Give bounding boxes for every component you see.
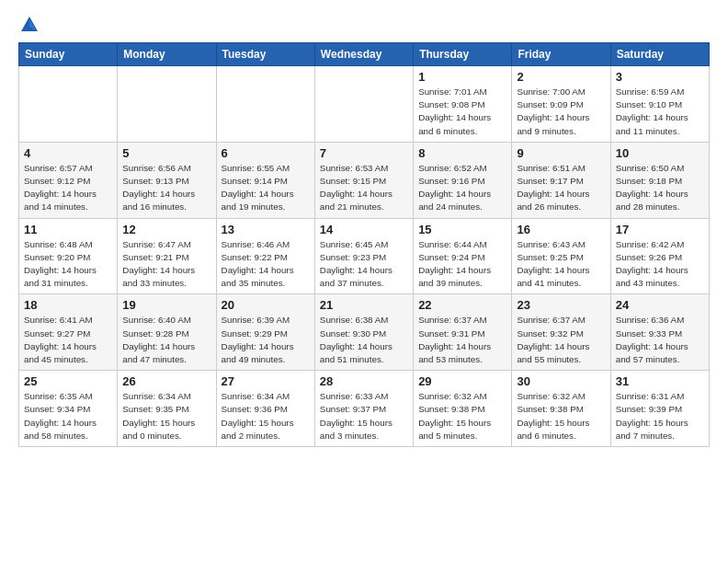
day-number: 12 bbox=[122, 223, 210, 236]
cell-5-2: 26Sunrise: 6:34 AM Sunset: 9:35 PM Dayli… bbox=[118, 371, 216, 447]
day-number: 20 bbox=[222, 298, 310, 312]
logo bbox=[18, 15, 40, 35]
cell-3-1: 11Sunrise: 6:48 AM Sunset: 9:20 PM Dayli… bbox=[19, 218, 118, 294]
col-header-sunday: Sunday bbox=[19, 43, 118, 66]
day-number: 15 bbox=[418, 223, 506, 236]
cell-2-1: 4Sunrise: 6:57 AM Sunset: 9:12 PM Daylig… bbox=[19, 142, 118, 218]
week-row-1: 1Sunrise: 7:01 AM Sunset: 9:08 PM Daylig… bbox=[19, 66, 710, 143]
day-info: Sunrise: 6:35 AM Sunset: 9:34 PM Dayligh… bbox=[24, 390, 112, 442]
day-number: 26 bbox=[122, 374, 210, 388]
cell-2-2: 5Sunrise: 6:56 AM Sunset: 9:13 PM Daylig… bbox=[118, 142, 216, 218]
cell-2-3: 6Sunrise: 6:55 AM Sunset: 9:14 PM Daylig… bbox=[216, 142, 314, 218]
day-number: 28 bbox=[320, 374, 408, 388]
day-number: 23 bbox=[517, 298, 605, 312]
cell-5-7: 31Sunrise: 6:31 AM Sunset: 9:39 PM Dayli… bbox=[610, 371, 709, 447]
day-number: 10 bbox=[616, 146, 704, 160]
day-number: 29 bbox=[418, 374, 506, 388]
page: SundayMondayTuesdayWednesdayThursdayFrid… bbox=[0, 0, 728, 563]
day-info: Sunrise: 6:43 AM Sunset: 9:25 PM Dayligh… bbox=[517, 238, 605, 291]
week-row-4: 18Sunrise: 6:41 AM Sunset: 9:27 PM Dayli… bbox=[19, 294, 710, 371]
col-header-tuesday: Tuesday bbox=[216, 43, 314, 66]
logo-icon bbox=[19, 15, 40, 35]
week-row-5: 25Sunrise: 6:35 AM Sunset: 9:34 PM Dayli… bbox=[19, 371, 710, 447]
cell-3-7: 17Sunrise: 6:42 AM Sunset: 9:26 PM Dayli… bbox=[610, 218, 709, 294]
day-number: 2 bbox=[517, 70, 605, 84]
cell-3-3: 13Sunrise: 6:46 AM Sunset: 9:22 PM Dayli… bbox=[216, 218, 314, 294]
day-number: 13 bbox=[222, 223, 310, 236]
cell-4-1: 18Sunrise: 6:41 AM Sunset: 9:27 PM Dayli… bbox=[19, 294, 118, 371]
day-number: 18 bbox=[24, 298, 112, 312]
cell-3-2: 12Sunrise: 6:47 AM Sunset: 9:21 PM Dayli… bbox=[118, 218, 216, 294]
cell-1-3 bbox=[216, 66, 314, 143]
day-info: Sunrise: 6:45 AM Sunset: 9:23 PM Dayligh… bbox=[320, 238, 408, 291]
day-number: 21 bbox=[320, 298, 408, 312]
day-info: Sunrise: 6:46 AM Sunset: 9:22 PM Dayligh… bbox=[222, 238, 310, 291]
day-info: Sunrise: 6:48 AM Sunset: 9:20 PM Dayligh… bbox=[24, 238, 112, 291]
day-number: 1 bbox=[418, 70, 506, 84]
day-info: Sunrise: 6:39 AM Sunset: 9:29 PM Dayligh… bbox=[222, 314, 310, 366]
col-header-friday: Friday bbox=[512, 43, 610, 66]
day-info: Sunrise: 6:40 AM Sunset: 9:28 PM Dayligh… bbox=[122, 314, 210, 366]
day-info: Sunrise: 6:32 AM Sunset: 9:38 PM Dayligh… bbox=[517, 390, 605, 442]
day-info: Sunrise: 6:37 AM Sunset: 9:31 PM Dayligh… bbox=[418, 314, 506, 366]
day-info: Sunrise: 6:47 AM Sunset: 9:21 PM Dayligh… bbox=[122, 238, 210, 291]
day-number: 11 bbox=[24, 223, 112, 236]
day-number: 24 bbox=[616, 298, 704, 312]
cell-1-4 bbox=[314, 66, 413, 143]
cell-5-6: 30Sunrise: 6:32 AM Sunset: 9:38 PM Dayli… bbox=[512, 371, 610, 447]
day-info: Sunrise: 6:31 AM Sunset: 9:39 PM Dayligh… bbox=[616, 390, 704, 442]
day-info: Sunrise: 6:36 AM Sunset: 9:33 PM Dayligh… bbox=[616, 314, 704, 366]
cell-2-5: 8Sunrise: 6:52 AM Sunset: 9:16 PM Daylig… bbox=[414, 142, 512, 218]
cell-1-5: 1Sunrise: 7:01 AM Sunset: 9:08 PM Daylig… bbox=[414, 66, 512, 143]
cell-2-7: 10Sunrise: 6:50 AM Sunset: 9:18 PM Dayli… bbox=[610, 142, 709, 218]
day-number: 16 bbox=[517, 223, 605, 236]
cell-2-4: 7Sunrise: 6:53 AM Sunset: 9:15 PM Daylig… bbox=[314, 142, 413, 218]
day-info: Sunrise: 6:37 AM Sunset: 9:32 PM Dayligh… bbox=[517, 314, 605, 366]
day-number: 31 bbox=[616, 374, 704, 388]
calendar-table: SundayMondayTuesdayWednesdayThursdayFrid… bbox=[18, 42, 710, 447]
day-info: Sunrise: 6:55 AM Sunset: 9:14 PM Dayligh… bbox=[222, 162, 310, 214]
day-number: 4 bbox=[24, 146, 112, 160]
col-header-monday: Monday bbox=[118, 43, 216, 66]
cell-4-4: 21Sunrise: 6:38 AM Sunset: 9:30 PM Dayli… bbox=[314, 294, 413, 371]
cell-4-3: 20Sunrise: 6:39 AM Sunset: 9:29 PM Dayli… bbox=[216, 294, 314, 371]
cell-5-5: 29Sunrise: 6:32 AM Sunset: 9:38 PM Dayli… bbox=[414, 371, 512, 447]
day-info: Sunrise: 6:53 AM Sunset: 9:15 PM Dayligh… bbox=[320, 162, 408, 214]
cell-3-4: 14Sunrise: 6:45 AM Sunset: 9:23 PM Dayli… bbox=[314, 218, 413, 294]
day-info: Sunrise: 6:56 AM Sunset: 9:13 PM Dayligh… bbox=[122, 162, 210, 214]
day-info: Sunrise: 6:41 AM Sunset: 9:27 PM Dayligh… bbox=[24, 314, 112, 366]
week-row-2: 4Sunrise: 6:57 AM Sunset: 9:12 PM Daylig… bbox=[19, 142, 710, 218]
day-info: Sunrise: 6:42 AM Sunset: 9:26 PM Dayligh… bbox=[616, 238, 704, 291]
day-info: Sunrise: 6:57 AM Sunset: 9:12 PM Dayligh… bbox=[24, 162, 112, 214]
cell-1-6: 2Sunrise: 7:00 AM Sunset: 9:09 PM Daylig… bbox=[512, 66, 610, 143]
day-number: 5 bbox=[122, 146, 210, 160]
day-number: 8 bbox=[418, 146, 506, 160]
cell-5-4: 28Sunrise: 6:33 AM Sunset: 9:37 PM Dayli… bbox=[314, 371, 413, 447]
day-info: Sunrise: 6:32 AM Sunset: 9:38 PM Dayligh… bbox=[418, 390, 506, 442]
week-row-3: 11Sunrise: 6:48 AM Sunset: 9:20 PM Dayli… bbox=[19, 218, 710, 294]
day-number: 25 bbox=[24, 374, 112, 388]
day-info: Sunrise: 6:50 AM Sunset: 9:18 PM Dayligh… bbox=[616, 162, 704, 214]
day-number: 6 bbox=[222, 146, 310, 160]
day-number: 14 bbox=[320, 223, 408, 236]
day-info: Sunrise: 6:44 AM Sunset: 9:24 PM Dayligh… bbox=[418, 238, 506, 291]
day-number: 3 bbox=[616, 70, 704, 84]
day-info: Sunrise: 7:01 AM Sunset: 9:08 PM Dayligh… bbox=[418, 86, 506, 138]
day-number: 19 bbox=[122, 298, 210, 312]
cell-1-2 bbox=[118, 66, 216, 143]
header bbox=[18, 15, 710, 35]
cell-4-2: 19Sunrise: 6:40 AM Sunset: 9:28 PM Dayli… bbox=[118, 294, 216, 371]
cell-2-6: 9Sunrise: 6:51 AM Sunset: 9:17 PM Daylig… bbox=[512, 142, 610, 218]
cell-5-3: 27Sunrise: 6:34 AM Sunset: 9:36 PM Dayli… bbox=[216, 371, 314, 447]
col-header-thursday: Thursday bbox=[414, 43, 512, 66]
cell-4-7: 24Sunrise: 6:36 AM Sunset: 9:33 PM Dayli… bbox=[610, 294, 709, 371]
col-header-wednesday: Wednesday bbox=[314, 43, 413, 66]
day-info: Sunrise: 6:34 AM Sunset: 9:36 PM Dayligh… bbox=[222, 390, 310, 442]
day-info: Sunrise: 6:51 AM Sunset: 9:17 PM Dayligh… bbox=[517, 162, 605, 214]
day-number: 22 bbox=[418, 298, 506, 312]
day-number: 9 bbox=[517, 146, 605, 160]
day-number: 17 bbox=[616, 223, 704, 236]
cell-4-5: 22Sunrise: 6:37 AM Sunset: 9:31 PM Dayli… bbox=[414, 294, 512, 371]
day-info: Sunrise: 7:00 AM Sunset: 9:09 PM Dayligh… bbox=[517, 86, 605, 138]
day-number: 27 bbox=[222, 374, 310, 388]
